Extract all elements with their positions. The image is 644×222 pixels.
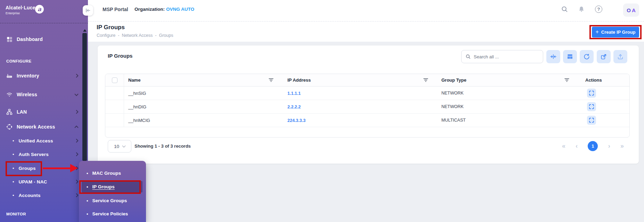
filter-icon[interactable] bbox=[423, 78, 428, 82]
upload-button[interactable] bbox=[613, 50, 627, 63]
avatar-initial-a: A bbox=[632, 7, 636, 13]
expand-row-button[interactable] bbox=[587, 89, 596, 98]
first-page-button[interactable]: « bbox=[562, 143, 565, 149]
chevron-right-icon bbox=[74, 110, 78, 114]
sidebar-item-network-access[interactable]: Network Access bbox=[0, 122, 88, 131]
notifications-bell-icon[interactable] bbox=[578, 6, 585, 14]
flyout-item-label: IP Groups bbox=[92, 184, 115, 189]
flyout-item-label: MAC Groups bbox=[92, 171, 121, 176]
table-header-row: Name IP Address Group Type Actions bbox=[105, 74, 629, 87]
cell-ip-address: 224.3.3.3 bbox=[278, 118, 433, 123]
expand-icon bbox=[589, 104, 594, 109]
wireless-icon bbox=[6, 91, 13, 98]
scrollbar-up-arrow-icon[interactable] bbox=[83, 29, 87, 32]
cell-group-type: MULTICAST bbox=[433, 118, 576, 123]
section-monitor: MONITOR bbox=[6, 212, 26, 216]
ip-address-link[interactable]: 224.3.3.3 bbox=[287, 118, 305, 123]
column-label: Actions bbox=[585, 77, 602, 83]
flyout-item-service-policies[interactable]: Service Policies bbox=[82, 209, 142, 219]
cell-group-type: NETWORK bbox=[433, 91, 576, 96]
cell-actions bbox=[576, 102, 630, 111]
table-row[interactable]: __hnMCIG 224.3.3.3 MULTICAST bbox=[105, 114, 629, 127]
ip-groups-card: IP Groups Name bbox=[98, 46, 639, 164]
column-label: IP Address bbox=[287, 77, 311, 83]
organization-value[interactable]: OVNG AUTO bbox=[166, 7, 194, 12]
next-page-button[interactable]: › bbox=[608, 143, 610, 149]
export-icon bbox=[600, 53, 607, 60]
column-header-group-type: Group Type bbox=[433, 77, 576, 83]
groups-flyout-menu: MAC Groups IP Groups Service Groups Serv… bbox=[79, 161, 146, 222]
sidebar-subitem-label: Groups bbox=[19, 166, 36, 171]
column-header-ip-address: IP Address bbox=[278, 77, 433, 83]
sidebar-item-wireless[interactable]: Wireless bbox=[0, 90, 88, 99]
top-bar: MSP Portal Organization: OVNG AUTO O A bbox=[88, 0, 644, 22]
breadcrumb-configure[interactable]: Configure bbox=[97, 33, 115, 38]
filter-icon[interactable] bbox=[269, 78, 274, 82]
ip-address-link[interactable]: 1.1.1.1 bbox=[287, 91, 301, 96]
app-root: Alcatel·Lucent Enterprise Dashboard CONF… bbox=[0, 0, 644, 222]
create-ip-group-button[interactable]: + Create IP Group bbox=[592, 27, 639, 38]
network-access-icon bbox=[6, 123, 13, 130]
column-label: Group Type bbox=[441, 77, 466, 83]
row-checkbox-cell bbox=[105, 87, 124, 100]
sidebar-scrollbar[interactable] bbox=[82, 28, 87, 163]
select-all-checkbox[interactable] bbox=[112, 77, 117, 83]
chevron-down-icon bbox=[74, 92, 78, 96]
flyout-item-ip-groups[interactable]: IP Groups bbox=[82, 181, 142, 192]
row-checkbox-cell bbox=[105, 100, 124, 113]
sidebar-item-dashboard[interactable]: Dashboard bbox=[0, 35, 88, 44]
avatar-initial-o: O bbox=[627, 7, 631, 13]
sidebar-item-label: Wireless bbox=[17, 92, 37, 97]
flyout-item-service-groups[interactable]: Service Groups bbox=[82, 196, 142, 205]
sidebar-subitem-label: UPAM - NAC bbox=[19, 179, 47, 184]
sidebar-item-inventory[interactable]: Inventory bbox=[0, 71, 88, 80]
sidebar-item-unified-access[interactable]: Unified Access bbox=[0, 137, 88, 145]
ip-address-link[interactable]: 2.2.2.2 bbox=[287, 105, 301, 109]
plus-icon: + bbox=[595, 29, 598, 35]
table-row[interactable]: __hnDIG 2.2.2.2 NETWORK bbox=[105, 100, 629, 114]
sidebar-item-accounts[interactable]: Accounts bbox=[0, 191, 88, 199]
sidebar-item-lan[interactable]: LAN bbox=[0, 107, 88, 116]
filter-icon[interactable] bbox=[564, 78, 569, 82]
page-size-select[interactable]: 10 bbox=[108, 140, 131, 153]
sidebar-subitem-label: Unified Access bbox=[19, 138, 53, 143]
annotation-arrow-line bbox=[43, 167, 71, 169]
current-page-button[interactable]: 1 bbox=[588, 141, 598, 151]
cell-actions bbox=[576, 89, 630, 98]
sidebar-collapse-button[interactable] bbox=[83, 5, 93, 16]
table-row[interactable]: __hnSIG 1.1.1.1 NETWORK bbox=[105, 87, 629, 100]
sidebar-item-label: Dashboard bbox=[17, 36, 43, 42]
search-icon bbox=[465, 54, 471, 59]
brand-subtitle: Enterprise bbox=[6, 11, 40, 15]
breadcrumb-separator: - bbox=[118, 33, 119, 38]
expand-row-button[interactable] bbox=[587, 116, 596, 125]
table-empty-space bbox=[105, 127, 629, 138]
breadcrumb-groups[interactable]: Groups bbox=[159, 33, 173, 38]
fit-columns-button[interactable] bbox=[546, 50, 560, 63]
page-title: IP Groups bbox=[97, 24, 125, 31]
inventory-icon bbox=[6, 72, 13, 79]
help-icon[interactable] bbox=[595, 6, 602, 13]
expand-row-button[interactable] bbox=[587, 102, 596, 111]
previous-page-button[interactable]: ‹ bbox=[576, 143, 578, 149]
search-input[interactable] bbox=[474, 54, 536, 59]
breadcrumb-separator: - bbox=[155, 33, 156, 38]
refresh-button[interactable] bbox=[580, 50, 594, 63]
sidebar-subitem-label: Auth Servers bbox=[19, 152, 49, 157]
user-avatars[interactable]: O A bbox=[623, 3, 639, 17]
page-size-value: 10 bbox=[114, 144, 119, 149]
export-button[interactable] bbox=[597, 50, 611, 63]
breadcrumb-network-access[interactable]: Network Access bbox=[122, 33, 153, 38]
search-icon[interactable] bbox=[561, 6, 568, 14]
header-checkbox-cell bbox=[105, 74, 124, 86]
last-page-button[interactable]: » bbox=[620, 143, 624, 149]
sidebar-item-auth-servers[interactable]: Auth Servers bbox=[0, 150, 88, 158]
page-header: IP Groups Configure - Network Access - G… bbox=[88, 22, 644, 42]
ip-groups-table: Name IP Address Group Type Actions __hnS… bbox=[105, 74, 630, 138]
portal-title: MSP Portal bbox=[103, 7, 128, 12]
scrollbar-thumb[interactable] bbox=[82, 33, 87, 161]
flyout-item-mac-groups[interactable]: MAC Groups bbox=[82, 168, 142, 178]
sidebar-item-upam-nac[interactable]: UPAM - NAC bbox=[0, 178, 88, 186]
section-configure: CONFIGURE bbox=[6, 59, 32, 63]
columns-settings-button[interactable] bbox=[563, 50, 577, 63]
